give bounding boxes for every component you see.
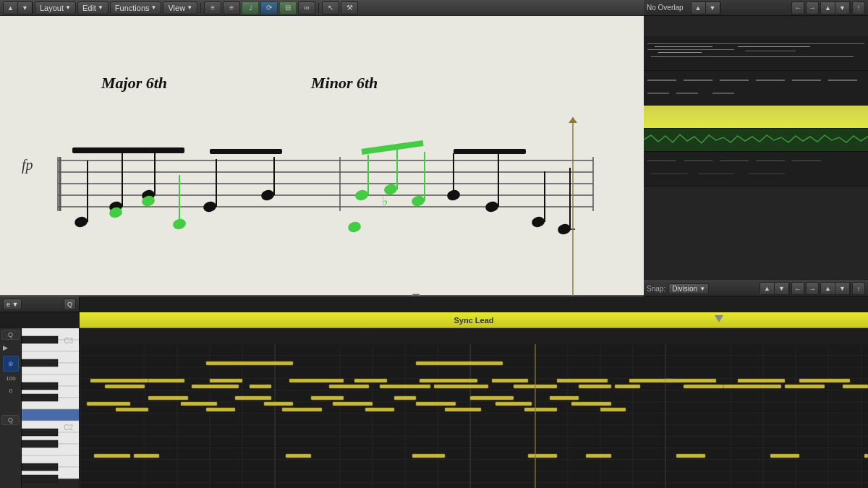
svg-point-10 xyxy=(73,215,88,228)
svg-rect-91 xyxy=(420,379,477,382)
major-6th-label: Major 6th xyxy=(101,74,167,93)
svg-rect-81 xyxy=(90,379,148,382)
note-view-btn[interactable]: ♩ xyxy=(242,1,259,14)
snap-nav-down[interactable]: ▼ xyxy=(775,283,789,294)
snap-icon1[interactable]: ← xyxy=(791,282,804,295)
right-panel: No Overlap ▲ ▼ ← → ▲ ▼ ↑ 7 8 xyxy=(644,0,868,296)
channel-btn[interactable]: ⊕ xyxy=(3,356,19,372)
svg-rect-112 xyxy=(264,402,293,406)
svg-rect-89 xyxy=(354,379,387,382)
snap-label: Snap: xyxy=(647,285,665,293)
nav-up-btn[interactable]: ▲ xyxy=(4,2,18,14)
snap-nav[interactable]: ▲ ▼ xyxy=(760,282,790,295)
svg-rect-100 xyxy=(684,385,723,388)
svg-rect-64 xyxy=(22,440,58,448)
svg-rect-108 xyxy=(148,396,188,400)
svg-rect-128 xyxy=(94,454,130,458)
svg-rect-82 xyxy=(105,385,145,388)
snap-nav2[interactable]: ▲ ▼ xyxy=(820,282,851,295)
right-nav2-up[interactable]: ▲ xyxy=(821,2,835,14)
right-nav-group[interactable]: ▲ ▼ xyxy=(691,1,721,14)
svg-rect-122 xyxy=(524,408,557,411)
svg-rect-119 xyxy=(445,408,481,411)
right-nav-up[interactable]: ▲ xyxy=(692,2,706,14)
svg-rect-132 xyxy=(528,454,557,458)
svg-rect-90 xyxy=(380,385,430,388)
right-nav2-down[interactable]: ▼ xyxy=(835,2,850,14)
quantize-area: Q xyxy=(1,330,20,340)
svg-rect-59 xyxy=(22,336,58,343)
svg-rect-102 xyxy=(738,379,785,382)
svg-rect-101 xyxy=(723,385,781,388)
align-left-btn[interactable]: ≡ xyxy=(204,1,221,14)
svg-rect-63 xyxy=(22,429,58,436)
separator xyxy=(200,3,201,13)
snap-nav2-up[interactable]: ▲ xyxy=(821,283,835,294)
svg-rect-83 xyxy=(148,379,184,382)
transpose-value: 0 xyxy=(3,388,19,394)
piano-roll-container: e ▼ Q 3 3.3 4 4.3 5 5.3 6 Sync Lead xyxy=(0,296,868,488)
svg-text:♭: ♭ xyxy=(382,194,388,208)
piano-roll-grid xyxy=(80,344,868,488)
svg-rect-120 xyxy=(470,396,514,400)
snap-nav-up[interactable]: ▲ xyxy=(760,283,775,294)
quantize2-q-btn[interactable]: Q xyxy=(1,415,20,425)
svg-rect-97 xyxy=(615,385,640,388)
tool-btn[interactable]: ⚒ xyxy=(341,1,358,14)
layout-menu[interactable]: Layout ▼ xyxy=(35,1,76,14)
svg-point-40 xyxy=(346,221,362,234)
midi-btn[interactable]: ⟳ xyxy=(260,1,278,14)
svg-rect-85 xyxy=(210,379,242,382)
svg-rect-127 xyxy=(416,361,503,365)
pr-expand-btn[interactable]: e ▼ xyxy=(3,299,22,310)
svg-rect-107 xyxy=(116,408,148,411)
quantize2-area: Q xyxy=(1,415,20,425)
svg-rect-93 xyxy=(492,379,528,382)
separator2 xyxy=(318,3,319,13)
edit-menu[interactable]: Edit ▼ xyxy=(77,1,109,14)
nav-group[interactable]: ▲ ▼ xyxy=(3,1,33,14)
nav-down-btn[interactable]: ▼ xyxy=(18,2,33,14)
svg-rect-61 xyxy=(22,382,58,390)
cursor-btn[interactable]: ↖ xyxy=(322,1,339,14)
piano-svg xyxy=(22,328,79,488)
filter-btn[interactable]: ⊟ xyxy=(279,1,297,14)
snap-select[interactable]: Division ▼ xyxy=(668,283,709,294)
svg-rect-103 xyxy=(785,385,825,388)
snap-icon3[interactable]: ↑ xyxy=(852,282,865,295)
svg-rect-129 xyxy=(134,454,159,458)
svg-rect-87 xyxy=(289,379,344,382)
functions-menu[interactable]: Functions ▼ xyxy=(110,1,162,14)
align-center-btn[interactable]: ≡ xyxy=(223,1,240,14)
right-nav2[interactable]: ▲ ▼ xyxy=(820,1,851,14)
svg-point-30 xyxy=(410,194,425,207)
svg-rect-95 xyxy=(557,379,608,382)
svg-rect-60 xyxy=(22,359,58,367)
right-icon2[interactable]: → xyxy=(806,1,819,14)
view-menu[interactable]: View ▼ xyxy=(163,1,197,14)
quantize-q-btn[interactable]: Q xyxy=(1,330,20,340)
link-btn[interactable]: ∞ xyxy=(298,1,315,14)
track-lane-green xyxy=(644,129,868,152)
svg-rect-114 xyxy=(311,396,344,400)
track-lanes xyxy=(644,16,868,296)
waveform-svg xyxy=(644,132,868,147)
right-icon3[interactable]: ↑ xyxy=(852,1,865,14)
snap-nav2-down[interactable]: ▼ xyxy=(835,283,850,294)
svg-rect-131 xyxy=(412,454,445,458)
svg-rect-66 xyxy=(22,475,58,482)
svg-point-38 xyxy=(530,215,545,228)
right-icon1[interactable]: ← xyxy=(791,1,804,14)
svg-point-36 xyxy=(484,200,499,213)
piano-keys-panel: Q ▶ ⊕ 100 0 Q C3 C2 xyxy=(0,328,80,488)
right-nav-down[interactable]: ▼ xyxy=(706,2,720,14)
quantize-value: 100 xyxy=(3,375,19,382)
svg-rect-134 xyxy=(676,454,705,458)
svg-rect-96 xyxy=(579,385,611,388)
snap-icon2[interactable]: → xyxy=(806,282,819,295)
svg-rect-99 xyxy=(665,379,716,382)
track-lane-2 xyxy=(644,71,868,106)
score-content: fp Major 6th Minor 6th xyxy=(7,16,644,295)
pr-quantize-btn[interactable]: Q xyxy=(64,299,76,310)
track-lane-1 xyxy=(644,36,868,71)
